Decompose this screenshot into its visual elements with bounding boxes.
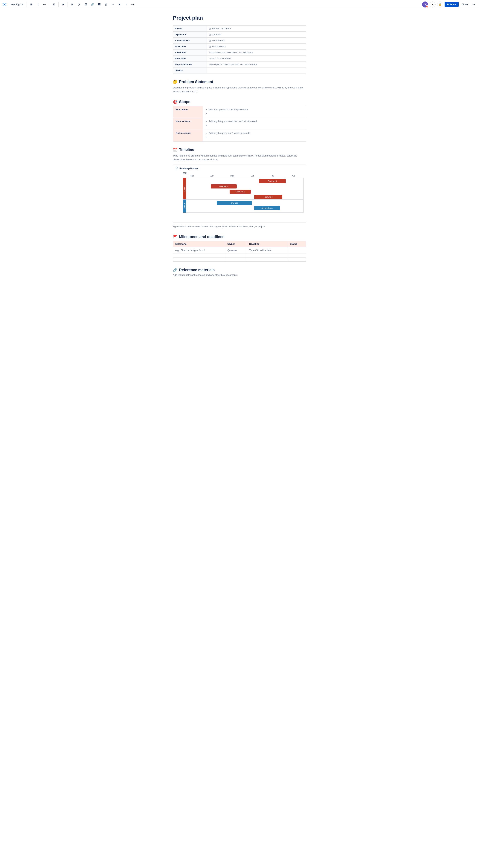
problem-description[interactable]: Describe the problem and its impact. Inc…: [173, 86, 306, 94]
scope-emoji: 🎯: [173, 100, 178, 104]
scope-item[interactable]: [209, 112, 303, 115]
scope-section: 🎯 Scope Must have:Add your project's cor…: [173, 100, 306, 142]
svg-rect-2: [53, 5, 55, 5]
info-value[interactable]: @ approver: [207, 32, 306, 38]
bullet-list-button[interactable]: [69, 1, 75, 7]
numbered-list-button[interactable]: 1. 2. 3.: [76, 1, 82, 7]
link-button[interactable]: 🔗: [89, 1, 95, 7]
scope-items[interactable]: Add your project's core requirements: [203, 106, 306, 118]
close-button[interactable]: Close: [460, 2, 469, 7]
scope-items[interactable]: Add anything you don't want to include: [203, 130, 306, 142]
image-button[interactable]: 🖼: [96, 1, 102, 7]
emoji-button[interactable]: ☺: [110, 1, 116, 7]
timeline-description: Type /planner to create a visual roadmap…: [173, 154, 306, 162]
scope-item[interactable]: [209, 124, 303, 127]
info-table: Driver@mention the driverApprover@ appro…: [173, 25, 306, 73]
info-value[interactable]: Summarize the objective in 1-2 sentence: [207, 50, 306, 56]
milestones-row: [173, 254, 306, 258]
milestones-milestone[interactable]: [173, 254, 225, 258]
info-table-row: Driver@mention the driver: [173, 26, 306, 32]
info-table-row: Due dateType // to add a date: [173, 56, 306, 62]
reference-heading-text[interactable]: Reference materials: [179, 268, 215, 272]
publish-button[interactable]: Publish: [445, 2, 458, 7]
milestones-owner[interactable]: @ owner: [225, 247, 247, 254]
roadmap-lanes-container: Lane 1 Feature 3 Feature 1: [183, 178, 304, 213]
feature-1-label: Feature 1: [219, 185, 228, 188]
milestones-deadline[interactable]: [247, 254, 288, 258]
milestones-section: 🚩 Milestones and deadlines MilestoneOwne…: [173, 235, 306, 261]
lane-1-row: Lane 1 Feature 3 Feature 1: [183, 178, 303, 199]
info-value[interactable]: @ contributors: [207, 38, 306, 43]
scope-items[interactable]: Add anything you want but don't strictly…: [203, 118, 306, 130]
milestones-column-header: Milestone: [173, 241, 225, 247]
info-label: Status: [173, 67, 207, 73]
svg-rect-4: [72, 4, 73, 4]
milestones-heading-text[interactable]: Milestones and deadlines: [179, 235, 224, 239]
scope-item[interactable]: Add anything you don't want to include: [209, 132, 303, 134]
table-button[interactable]: ⊞: [116, 1, 122, 7]
text-color-button[interactable]: A: [60, 1, 66, 7]
more-formatting-button[interactable]: ···: [42, 1, 48, 7]
svg-rect-12: [79, 4, 80, 4]
lock-button[interactable]: 🔒: [437, 1, 443, 7]
reference-emoji: 🔗: [173, 268, 178, 272]
align-button[interactable]: [51, 1, 57, 7]
options-button[interactable]: ···: [471, 1, 477, 7]
feature-2-bar: Feature 2: [230, 190, 251, 194]
scope-label: Nice to have:: [173, 118, 203, 130]
milestones-owner[interactable]: [225, 258, 247, 261]
toolbar-divider-3: [58, 2, 59, 7]
page-content: Project plan Driver@mention the driverAp…: [169, 9, 310, 297]
info-table-row: Key outcomesList expected outcomes and s…: [173, 62, 306, 67]
info-value[interactable]: [207, 67, 306, 73]
mention-button[interactable]: @: [103, 1, 109, 7]
timeline-section: 📅 Timeline Type /planner to create a vis…: [173, 148, 306, 229]
timeline-heading-text[interactable]: Timeline: [179, 148, 194, 152]
avatar[interactable]: CK +: [422, 1, 428, 7]
milestones-milestone[interactable]: [173, 258, 225, 261]
scope-item[interactable]: Add your project's core requirements: [209, 108, 303, 111]
heading-selector[interactable]: Heading 2 ▾: [9, 2, 25, 6]
reference-heading: 🔗 Reference materials: [173, 268, 306, 272]
reference-description[interactable]: Add links to relevant research and any o…: [173, 274, 306, 276]
milestones-owner[interactable]: [225, 254, 247, 258]
add-collaborator-button[interactable]: +: [429, 1, 436, 7]
milestones-status[interactable]: [288, 254, 306, 258]
bold-button[interactable]: B: [28, 1, 34, 7]
lane-1-label: Lane 1: [183, 178, 186, 199]
feature-1-bar: Feature 1: [211, 184, 237, 188]
scope-row: Must have:Add your project's core requir…: [173, 106, 306, 118]
milestones-status[interactable]: [288, 258, 306, 261]
problem-statement-heading: 🤔 Problem Statement: [173, 80, 306, 84]
info-value[interactable]: Type // to add a date: [207, 56, 306, 62]
ios-app-bar: iOS app: [217, 201, 252, 205]
lane-1-content: Feature 3 Feature 1 Feature 2: [186, 178, 303, 199]
roadmap-month: Jun: [242, 175, 263, 177]
roadmap-month: Jul: [263, 175, 283, 177]
scope-heading-text[interactable]: Scope: [179, 100, 190, 104]
roadmap-planner-container[interactable]: 📄 Roadmap Planner 2021 MarAprMayJunJulAu…: [173, 164, 306, 223]
scope-table: Must have:Add your project's core requir…: [173, 106, 306, 142]
info-value[interactable]: @ stakeholders: [207, 43, 306, 50]
milestones-heading: 🚩 Milestones and deadlines: [173, 235, 306, 239]
info-label: Contributors: [173, 38, 207, 43]
milestones-milestone[interactable]: e.g., Finalize designs for v1: [173, 247, 225, 254]
milestones-deadline[interactable]: [247, 258, 288, 261]
svg-rect-13: [79, 4, 80, 5]
columns-button[interactable]: ⫿: [123, 1, 129, 7]
info-value[interactable]: @mention the driver: [207, 26, 306, 32]
milestones-status[interactable]: [288, 247, 306, 254]
scope-item[interactable]: Add anything you want but don't strictly…: [209, 120, 303, 123]
page-title[interactable]: Project plan: [173, 15, 306, 21]
roadmap-month: Mar: [183, 175, 202, 177]
italic-button[interactable]: I: [35, 1, 41, 7]
milestones-deadline[interactable]: Type // to add a date: [247, 247, 288, 254]
info-value[interactable]: List expected outcomes and success metri…: [207, 62, 306, 67]
insert-more-button[interactable]: +···: [130, 1, 136, 7]
scope-item[interactable]: [209, 135, 303, 138]
lane-2-content: iOS app Android app: [186, 199, 303, 213]
roadmap-months: MarAprMayJunJulAug: [183, 175, 304, 177]
problem-heading-text[interactable]: Problem Statement: [179, 80, 213, 84]
confluence-logo[interactable]: [2, 2, 7, 7]
task-button[interactable]: ☑: [83, 1, 89, 7]
